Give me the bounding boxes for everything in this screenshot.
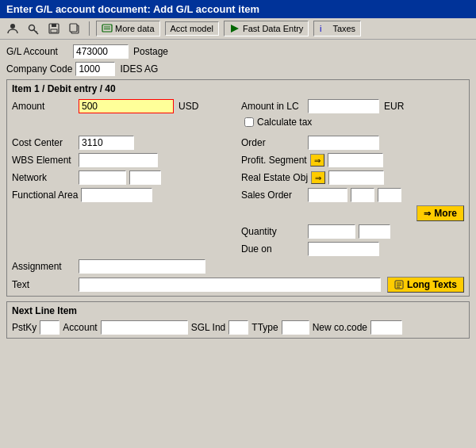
amount-row-group: Amount USD Amount in LC EUR Calculate ta… <box>12 99 464 131</box>
sales-order-input3[interactable] <box>378 188 401 202</box>
sales-order-input2[interactable] <box>351 188 374 202</box>
cost-center-input[interactable] <box>79 136 134 150</box>
calculate-tax-checkbox[interactable] <box>244 117 254 127</box>
copy-icon[interactable] <box>67 21 83 36</box>
due-on-input[interactable] <box>308 242 379 256</box>
network-input1[interactable] <box>79 170 126 185</box>
profit-segment-input[interactable] <box>328 153 383 167</box>
functional-area-row: Functional Area <box>12 188 235 202</box>
company-code-desc: IDES AG <box>120 63 158 75</box>
calculate-tax-row: Calculate tax <box>244 117 464 128</box>
sales-order-label: Sales Order <box>241 190 305 201</box>
account-input[interactable] <box>101 320 188 335</box>
left-col: Amount USD <box>12 99 235 131</box>
svg-marker-12 <box>231 25 239 33</box>
quantity-input1[interactable] <box>308 224 355 239</box>
profit-segment-row: Profit. Segment ⇒ <box>241 153 464 167</box>
amount-row: Amount USD <box>12 99 235 113</box>
due-on-row: Due on <box>241 242 464 256</box>
save-icon[interactable] <box>46 21 62 36</box>
new-cocode-input[interactable] <box>370 320 402 335</box>
quantity-row: Quantity <box>241 224 464 239</box>
assignment-row: Assignment <box>12 259 464 274</box>
cost-center-label: Cost Center <box>12 137 75 148</box>
user-icon[interactable] <box>5 21 21 36</box>
cost-order-group: Cost Center WBS Element Network Function… <box>12 136 464 205</box>
order-input[interactable] <box>308 136 379 150</box>
text-input[interactable] <box>79 278 381 292</box>
toolbar-separator <box>89 21 90 36</box>
long-texts-label: Long Texts <box>407 279 457 290</box>
pstky-label: PstKy <box>12 322 36 333</box>
ttype-input[interactable] <box>282 320 309 335</box>
network-label: Network <box>12 172 75 183</box>
next-line-fields: PstKy Account SGL Ind TType New co.code <box>12 320 464 335</box>
amount-input[interactable] <box>79 99 174 113</box>
toolbar: More data Acct model Fast Data Entry i T… <box>0 18 476 40</box>
sgl-ind-input[interactable] <box>228 320 248 335</box>
taxes-button[interactable]: i Taxes <box>313 21 361 36</box>
wbs-row: WBS Element <box>12 153 235 167</box>
cost-center-row: Cost Center <box>12 136 235 150</box>
long-texts-button[interactable]: Long Texts <box>387 277 464 293</box>
gl-account-row: G/L Account Postage <box>6 44 470 59</box>
company-code-label: Company Code <box>6 63 72 75</box>
gl-account-input[interactable] <box>73 44 129 59</box>
functional-area-input[interactable] <box>81 188 152 202</box>
svg-text:i: i <box>320 24 321 33</box>
qty-group: Quantity Due on <box>12 224 464 259</box>
amount-in-lc-label: Amount in LC <box>241 101 305 112</box>
svg-rect-5 <box>52 24 56 27</box>
company-code-row: Company Code IDES AG <box>6 62 470 76</box>
quantity-input2[interactable] <box>359 224 390 239</box>
svg-rect-9 <box>102 25 112 32</box>
amount-currency: USD <box>178 101 198 112</box>
assignment-input[interactable] <box>79 259 205 274</box>
amount-in-lc-input[interactable] <box>308 99 379 113</box>
text-label: Text <box>12 279 75 290</box>
section-title: Item 1 / Debit entry / 40 <box>12 83 464 94</box>
page-title: Enter G/L account document: Add G/L acco… <box>6 3 259 15</box>
due-on-label: Due on <box>241 243 305 255</box>
fast-data-entry-button[interactable]: Fast Data Entry <box>224 21 309 36</box>
network-input2[interactable] <box>129 170 161 185</box>
svg-point-1 <box>29 25 35 31</box>
real-estate-input[interactable] <box>328 170 384 185</box>
next-line-section: Next Line Item PstKy Account SGL Ind TTy… <box>6 301 470 339</box>
more-button[interactable]: ⇒ More <box>416 205 464 221</box>
account-label: Account <box>63 322 97 333</box>
gl-account-label: G/L Account <box>6 46 70 57</box>
quantity-label: Quantity <box>241 226 305 237</box>
profit-segment-arrow-btn[interactable]: ⇒ <box>310 154 324 167</box>
right-col: Amount in LC EUR Calculate tax <box>241 99 464 131</box>
sales-order-input1[interactable] <box>308 188 347 202</box>
item-section: Item 1 / Debit entry / 40 Amount USD Amo… <box>6 79 470 297</box>
cost-col: Cost Center WBS Element Network Function… <box>12 136 235 205</box>
pstky-input[interactable] <box>40 320 60 335</box>
svg-point-0 <box>10 24 15 29</box>
ttype-label: TType <box>251 322 278 333</box>
functional-area-label: Functional Area <box>12 190 78 201</box>
order-label: Order <box>241 137 305 148</box>
sales-order-row: Sales Order <box>241 188 464 202</box>
real-estate-label: Real Estate Obj <box>241 172 308 183</box>
qty-right: Quantity Due on <box>241 224 464 259</box>
more-label: More <box>434 208 457 219</box>
svg-rect-8 <box>70 24 77 32</box>
title-bar: Enter G/L account document: Add G/L acco… <box>0 0 476 18</box>
main-content: G/L Account Postage Company Code IDES AG… <box>0 40 476 343</box>
svg-rect-6 <box>51 29 57 33</box>
next-line-title: Next Line Item <box>12 305 464 316</box>
wbs-input[interactable] <box>79 153 158 167</box>
text-row: Text Long Texts <box>12 277 464 293</box>
company-code-input[interactable] <box>75 62 115 76</box>
order-row: Order <box>241 136 464 150</box>
amount-in-lc-row: Amount in LC EUR <box>241 99 464 113</box>
more-data-button[interactable]: More data <box>96 21 160 36</box>
real-estate-arrow-btn[interactable]: ⇒ <box>311 171 325 184</box>
acct-model-button[interactable]: Acct model <box>165 21 219 36</box>
profit-segment-label: Profit. Segment <box>241 155 307 166</box>
key-icon[interactable] <box>25 21 41 36</box>
qty-left <box>12 224 235 259</box>
order-col: Order Profit. Segment ⇒ Real Estate Obj … <box>241 136 464 205</box>
